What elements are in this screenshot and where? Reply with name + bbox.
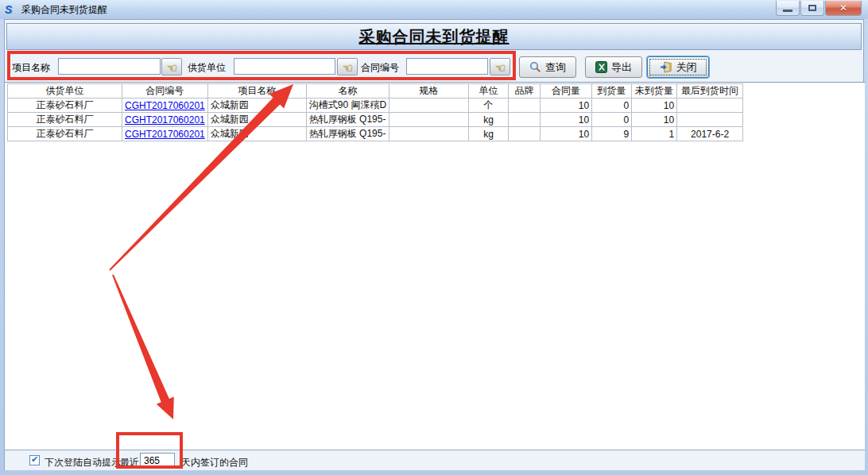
cell-name: 热轧厚钢板 Q195- xyxy=(306,127,389,141)
contract-no-label: 合同编号 xyxy=(361,61,399,75)
maximize-button[interactable] xyxy=(800,1,824,16)
cell-contract-no: CGHT2017060201 xyxy=(122,113,208,127)
cell-unarrived-qty: 1 xyxy=(632,127,677,141)
project-name-browse-button[interactable]: ☜ xyxy=(161,58,182,75)
supplier-input[interactable] xyxy=(234,58,335,75)
col-unit[interactable]: 单位 xyxy=(469,84,509,98)
query-button[interactable]: 查询 xyxy=(519,56,576,78)
contract-no-input[interactable] xyxy=(406,58,488,75)
autoprompt-label: 下次登陆自动提示 xyxy=(45,456,121,469)
cell-brand xyxy=(509,127,541,141)
col-contract-qty[interactable]: 合同量 xyxy=(541,84,592,98)
footer-bar: ✔ 下次登陆自动提示 最近 天内签订的合同 xyxy=(5,450,865,470)
close-window-button[interactable]: ✕ xyxy=(825,1,862,16)
minimize-icon xyxy=(783,10,792,12)
app-logo-icon: S xyxy=(5,3,17,16)
table-row: 正泰砂石料厂 CGHT2017060201 众城新园 热轧厚钢板 Q195- k… xyxy=(8,113,743,127)
cell-arrived-qty: 0 xyxy=(592,98,632,113)
contract-link[interactable]: CGHT2017060201 xyxy=(125,129,205,140)
project-name-label: 项目名称 xyxy=(12,61,50,75)
autoprompt-checkbox[interactable]: ✔ xyxy=(29,455,40,465)
contract-link[interactable]: CGHT2017060201 xyxy=(125,100,205,111)
cell-last-arrival: 2017-6-2 xyxy=(677,127,743,141)
recent-suffix-label: 天内签订的合同 xyxy=(181,456,248,469)
cell-unit: kg xyxy=(469,113,509,127)
cell-unit: kg xyxy=(469,127,509,141)
cell-supplier: 正泰砂石料厂 xyxy=(8,98,122,113)
contracts-table: 供货单位 合同编号 项目名称 名称 规格 单位 品牌 合同量 到货量 未到货量 … xyxy=(7,83,743,141)
window-controls: ✕ xyxy=(775,1,862,16)
days-input[interactable] xyxy=(140,453,175,468)
close-button[interactable]: 关闭 xyxy=(647,56,709,78)
table-row: 正泰砂石料厂 CGHT2017060201 众城新园 热轧厚钢板 Q195- k… xyxy=(8,127,743,141)
cell-last-arrival xyxy=(677,113,743,127)
cell-name: 沟槽式90 阃渫穦D xyxy=(306,98,389,113)
filter-bar: 项目名称 ☜ 供货单位 ☜ 合同编号 ☜ 查询 导出 xyxy=(5,52,865,82)
cell-spec xyxy=(389,113,469,127)
close-icon: ✕ xyxy=(839,2,847,14)
cell-project-name: 众城新园 xyxy=(207,127,306,141)
supplier-browse-button[interactable]: ☜ xyxy=(337,58,358,75)
cell-brand xyxy=(509,113,541,127)
pointing-hand-icon: ☜ xyxy=(166,61,176,73)
check-icon: ✔ xyxy=(31,455,38,464)
col-last-arrival[interactable]: 最后到货时间 xyxy=(677,84,743,98)
pointing-hand-icon: ☜ xyxy=(342,61,352,73)
col-arrived-qty[interactable]: 到货量 xyxy=(592,84,632,98)
col-unarrived-qty[interactable]: 未到货量 xyxy=(632,84,677,98)
window-client-area: 采购合同未到货提醒 项目名称 ☜ 供货单位 ☜ 合同编号 ☜ 查询 xyxy=(4,19,864,470)
cell-last-arrival xyxy=(677,98,743,113)
supplier-label: 供货单位 xyxy=(188,61,226,75)
cell-project-name: 众城新园 xyxy=(207,113,306,127)
window-title: 采购合同未到货提醒 xyxy=(21,3,107,17)
table-header-row: 供货单位 合同编号 项目名称 名称 规格 单位 品牌 合同量 到货量 未到货量 … xyxy=(8,84,743,98)
cell-supplier: 正泰砂石料厂 xyxy=(8,113,122,127)
cell-contract-qty: 10 xyxy=(541,127,592,141)
col-supplier[interactable]: 供货单位 xyxy=(8,84,122,98)
page-header: 采购合同未到货提醒 xyxy=(6,23,862,50)
col-brand[interactable]: 品牌 xyxy=(509,84,541,98)
cell-supplier: 正泰砂石料厂 xyxy=(8,127,122,141)
table-row: 正泰砂石料厂 CGHT2017060201 众城新园 沟槽式90 阃渫穦D 个 … xyxy=(8,98,743,113)
export-button-label: 导出 xyxy=(611,60,632,75)
close-button-label: 关闭 xyxy=(676,60,697,75)
window-titlebar: S 采购合同未到货提醒 ✕ xyxy=(0,0,868,19)
project-name-input[interactable] xyxy=(58,58,161,75)
export-button[interactable]: 导出 xyxy=(585,56,642,78)
contract-no-browse-button[interactable]: ☜ xyxy=(490,58,510,75)
cell-contract-no: CGHT2017060201 xyxy=(122,127,208,141)
cell-project-name: 众城新园 xyxy=(207,98,306,113)
results-grid-panel: 供货单位 合同编号 项目名称 名称 规格 单位 品牌 合同量 到货量 未到货量 … xyxy=(5,82,865,450)
cell-contract-no: CGHT2017060201 xyxy=(122,98,208,113)
page-title: 采购合同未到货提醒 xyxy=(359,26,510,48)
cell-name: 热轧厚钢板 Q195- xyxy=(306,113,389,127)
contract-link[interactable]: CGHT2017060201 xyxy=(125,114,205,126)
col-contract-no[interactable]: 合同编号 xyxy=(122,84,208,98)
cell-spec xyxy=(389,98,469,113)
cell-brand xyxy=(509,98,541,113)
maximize-icon xyxy=(808,5,816,11)
pointing-hand-icon: ☜ xyxy=(494,61,505,73)
col-spec[interactable]: 规格 xyxy=(389,84,469,98)
recent-label: 最近 xyxy=(120,456,139,469)
col-project-name[interactable]: 项目名称 xyxy=(207,84,306,98)
magnifier-icon xyxy=(529,61,541,73)
exit-door-icon xyxy=(660,61,672,73)
cell-spec xyxy=(389,127,469,141)
excel-icon xyxy=(595,61,607,73)
cell-contract-qty: 10 xyxy=(541,98,592,113)
col-name[interactable]: 名称 xyxy=(306,84,389,98)
cell-unit: 个 xyxy=(469,98,509,113)
cell-arrived-qty: 9 xyxy=(592,127,632,141)
cell-unarrived-qty: 10 xyxy=(632,113,677,127)
cell-arrived-qty: 0 xyxy=(592,113,632,127)
cell-unarrived-qty: 10 xyxy=(632,98,677,113)
minimize-button[interactable] xyxy=(776,1,800,16)
cell-contract-qty: 10 xyxy=(541,113,592,127)
query-button-label: 查询 xyxy=(545,60,566,75)
